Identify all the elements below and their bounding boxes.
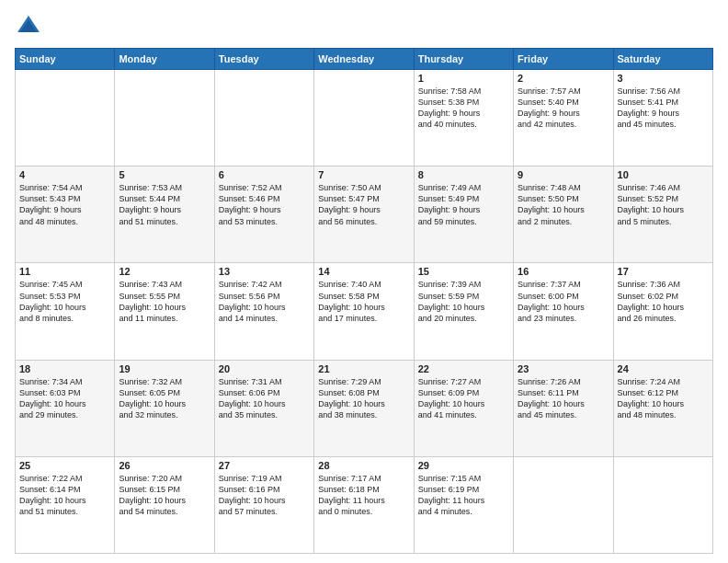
- cell-content: Sunrise: 7:52 AM Sunset: 5:46 PM Dayligh…: [219, 182, 310, 227]
- calendar-cell: 22Sunrise: 7:27 AM Sunset: 6:09 PM Dayli…: [414, 360, 513, 456]
- day-number: 27: [219, 460, 310, 471]
- cell-content: Sunrise: 7:58 AM Sunset: 5:38 PM Dayligh…: [418, 86, 509, 131]
- calendar-cell: 3Sunrise: 7:56 AM Sunset: 5:41 PM Daylig…: [613, 70, 712, 167]
- cell-content: Sunrise: 7:36 AM Sunset: 6:02 PM Dayligh…: [618, 279, 709, 324]
- cell-content: Sunrise: 7:39 AM Sunset: 5:59 PM Dayligh…: [418, 279, 509, 324]
- calendar-cell: [214, 70, 313, 167]
- calendar-cell: [613, 456, 712, 553]
- calendar-cell: 13Sunrise: 7:42 AM Sunset: 5:56 PM Dayli…: [214, 263, 313, 360]
- day-number: 10: [618, 169, 709, 180]
- day-number: 7: [318, 169, 409, 180]
- cell-content: Sunrise: 7:19 AM Sunset: 6:16 PM Dayligh…: [219, 473, 310, 518]
- calendar-cell: [115, 70, 214, 167]
- header: [15, 13, 713, 40]
- weekday-header-monday: Monday: [115, 49, 214, 70]
- weekday-header-wednesday: Wednesday: [314, 49, 414, 70]
- day-number: 13: [219, 266, 310, 277]
- day-number: 4: [19, 169, 110, 180]
- cell-content: Sunrise: 7:54 AM Sunset: 5:43 PM Dayligh…: [19, 182, 110, 227]
- calendar-cell: 26Sunrise: 7:20 AM Sunset: 6:15 PM Dayli…: [115, 456, 214, 553]
- day-number: 29: [418, 460, 509, 471]
- day-number: 15: [418, 266, 509, 277]
- cell-content: Sunrise: 7:20 AM Sunset: 6:15 PM Dayligh…: [119, 473, 210, 518]
- cell-content: Sunrise: 7:37 AM Sunset: 6:00 PM Dayligh…: [518, 279, 609, 324]
- calendar-cell: 23Sunrise: 7:26 AM Sunset: 6:11 PM Dayli…: [514, 360, 613, 456]
- weekday-header-sunday: Sunday: [16, 49, 115, 70]
- day-number: 17: [618, 266, 709, 277]
- weekday-header-thursday: Thursday: [414, 49, 513, 70]
- day-number: 6: [219, 169, 310, 180]
- calendar-cell: 15Sunrise: 7:39 AM Sunset: 5:59 PM Dayli…: [414, 263, 513, 360]
- calendar-cell: 6Sunrise: 7:52 AM Sunset: 5:46 PM Daylig…: [214, 167, 313, 263]
- day-number: 25: [19, 460, 110, 471]
- calendar-cell: 11Sunrise: 7:45 AM Sunset: 5:53 PM Dayli…: [16, 263, 115, 360]
- cell-content: Sunrise: 7:26 AM Sunset: 6:11 PM Dayligh…: [518, 376, 609, 421]
- day-number: 26: [119, 460, 210, 471]
- cell-content: Sunrise: 7:43 AM Sunset: 5:55 PM Dayligh…: [119, 279, 210, 324]
- logo-icon: [15, 13, 42, 40]
- cell-content: Sunrise: 7:57 AM Sunset: 5:40 PM Dayligh…: [518, 86, 609, 131]
- day-number: 22: [418, 363, 509, 374]
- cell-content: Sunrise: 7:45 AM Sunset: 5:53 PM Dayligh…: [19, 279, 110, 324]
- day-number: 21: [318, 363, 409, 374]
- calendar-cell: 28Sunrise: 7:17 AM Sunset: 6:18 PM Dayli…: [314, 456, 414, 553]
- calendar-cell: 12Sunrise: 7:43 AM Sunset: 5:55 PM Dayli…: [115, 263, 214, 360]
- calendar-cell: [314, 70, 414, 167]
- week-row-3: 11Sunrise: 7:45 AM Sunset: 5:53 PM Dayli…: [16, 263, 713, 360]
- cell-content: Sunrise: 7:15 AM Sunset: 6:19 PM Dayligh…: [418, 473, 509, 518]
- day-number: 9: [518, 169, 609, 180]
- cell-content: Sunrise: 7:22 AM Sunset: 6:14 PM Dayligh…: [19, 473, 110, 518]
- cell-content: Sunrise: 7:40 AM Sunset: 5:58 PM Dayligh…: [318, 279, 409, 324]
- calendar-cell: [16, 70, 115, 167]
- day-number: 2: [518, 73, 609, 84]
- weekday-header-row: SundayMondayTuesdayWednesdayThursdayFrid…: [16, 49, 713, 70]
- cell-content: Sunrise: 7:34 AM Sunset: 6:03 PM Dayligh…: [19, 376, 110, 421]
- day-number: 23: [518, 363, 609, 374]
- calendar-cell: 14Sunrise: 7:40 AM Sunset: 5:58 PM Dayli…: [314, 263, 414, 360]
- calendar-cell: 25Sunrise: 7:22 AM Sunset: 6:14 PM Dayli…: [16, 456, 115, 553]
- calendar: SundayMondayTuesdayWednesdayThursdayFrid…: [15, 48, 713, 554]
- day-number: 8: [418, 169, 509, 180]
- cell-content: Sunrise: 7:46 AM Sunset: 5:52 PM Dayligh…: [618, 182, 709, 227]
- day-number: 24: [618, 363, 709, 374]
- day-number: 1: [418, 73, 509, 84]
- cell-content: Sunrise: 7:31 AM Sunset: 6:06 PM Dayligh…: [219, 376, 310, 421]
- calendar-cell: 5Sunrise: 7:53 AM Sunset: 5:44 PM Daylig…: [115, 167, 214, 263]
- cell-content: Sunrise: 7:48 AM Sunset: 5:50 PM Dayligh…: [518, 182, 609, 227]
- weekday-header-saturday: Saturday: [613, 49, 712, 70]
- cell-content: Sunrise: 7:42 AM Sunset: 5:56 PM Dayligh…: [219, 279, 310, 324]
- day-number: 5: [119, 169, 210, 180]
- cell-content: Sunrise: 7:56 AM Sunset: 5:41 PM Dayligh…: [618, 86, 709, 131]
- calendar-cell: 21Sunrise: 7:29 AM Sunset: 6:08 PM Dayli…: [314, 360, 414, 456]
- calendar-cell: 29Sunrise: 7:15 AM Sunset: 6:19 PM Dayli…: [414, 456, 513, 553]
- day-number: 20: [219, 363, 310, 374]
- calendar-cell: 9Sunrise: 7:48 AM Sunset: 5:50 PM Daylig…: [514, 167, 613, 263]
- calendar-cell: 19Sunrise: 7:32 AM Sunset: 6:05 PM Dayli…: [115, 360, 214, 456]
- cell-content: Sunrise: 7:29 AM Sunset: 6:08 PM Dayligh…: [318, 376, 409, 421]
- weekday-header-friday: Friday: [514, 49, 613, 70]
- day-number: 19: [119, 363, 210, 374]
- day-number: 11: [19, 266, 110, 277]
- day-number: 28: [318, 460, 409, 471]
- calendar-cell: 18Sunrise: 7:34 AM Sunset: 6:03 PM Dayli…: [16, 360, 115, 456]
- calendar-cell: 24Sunrise: 7:24 AM Sunset: 6:12 PM Dayli…: [613, 360, 712, 456]
- day-number: 16: [518, 266, 609, 277]
- day-number: 12: [119, 266, 210, 277]
- day-number: 3: [618, 73, 709, 84]
- cell-content: Sunrise: 7:32 AM Sunset: 6:05 PM Dayligh…: [119, 376, 210, 421]
- logo: [15, 13, 46, 40]
- page: SundayMondayTuesdayWednesdayThursdayFrid…: [0, 0, 728, 563]
- calendar-cell: 20Sunrise: 7:31 AM Sunset: 6:06 PM Dayli…: [214, 360, 313, 456]
- week-row-1: 1Sunrise: 7:58 AM Sunset: 5:38 PM Daylig…: [16, 70, 713, 167]
- week-row-5: 25Sunrise: 7:22 AM Sunset: 6:14 PM Dayli…: [16, 456, 713, 553]
- week-row-2: 4Sunrise: 7:54 AM Sunset: 5:43 PM Daylig…: [16, 167, 713, 263]
- cell-content: Sunrise: 7:53 AM Sunset: 5:44 PM Dayligh…: [119, 182, 210, 227]
- calendar-cell: 27Sunrise: 7:19 AM Sunset: 6:16 PM Dayli…: [214, 456, 313, 553]
- calendar-cell: [514, 456, 613, 553]
- week-row-4: 18Sunrise: 7:34 AM Sunset: 6:03 PM Dayli…: [16, 360, 713, 456]
- calendar-cell: 4Sunrise: 7:54 AM Sunset: 5:43 PM Daylig…: [16, 167, 115, 263]
- cell-content: Sunrise: 7:50 AM Sunset: 5:47 PM Dayligh…: [318, 182, 409, 227]
- calendar-cell: 8Sunrise: 7:49 AM Sunset: 5:49 PM Daylig…: [414, 167, 513, 263]
- calendar-cell: 7Sunrise: 7:50 AM Sunset: 5:47 PM Daylig…: [314, 167, 414, 263]
- cell-content: Sunrise: 7:49 AM Sunset: 5:49 PM Dayligh…: [418, 182, 509, 227]
